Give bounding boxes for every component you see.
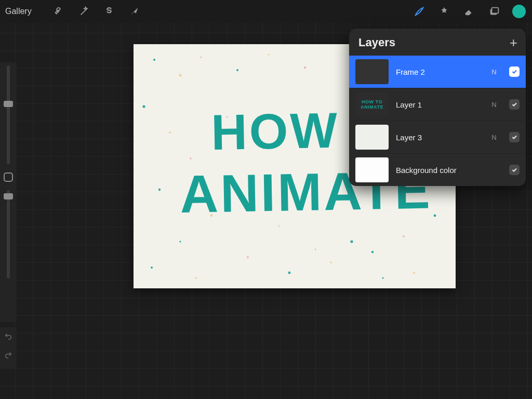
svg-rect-33 xyxy=(491,8,498,14)
layer-thumb xyxy=(355,157,389,182)
svg-point-29 xyxy=(413,272,415,274)
svg-point-17 xyxy=(434,215,436,217)
svg-point-25 xyxy=(314,248,316,250)
layer-row-frame-2[interactable]: Frame 2 N xyxy=(349,56,526,88)
svg-point-8 xyxy=(190,157,192,159)
svg-point-14 xyxy=(330,261,332,263)
modify-button[interactable] xyxy=(4,172,13,182)
svg-point-12 xyxy=(247,256,249,258)
layer-row-layer-3[interactable]: Layer 3 N xyxy=(349,121,526,153)
color-swatch[interactable] xyxy=(512,5,526,18)
svg-point-16 xyxy=(403,235,405,237)
undo-redo-group xyxy=(0,327,17,369)
layers-panel: Layers + Frame 2 N HOW TOANIMATE Layer 1… xyxy=(349,29,526,186)
visibility-checkbox[interactable] xyxy=(509,99,520,110)
add-layer-button[interactable]: + xyxy=(510,37,517,48)
svg-point-7 xyxy=(169,131,171,134)
layer-name: Layer 3 xyxy=(396,133,483,142)
svg-point-1 xyxy=(179,74,182,77)
top-toolbar: Gallery xyxy=(0,0,532,23)
layer-name: Frame 2 xyxy=(396,68,483,76)
svg-point-15 xyxy=(371,251,374,253)
svg-point-30 xyxy=(382,277,383,278)
transform-arrow-icon[interactable] xyxy=(127,5,141,18)
blend-mode-letter[interactable]: N xyxy=(490,134,498,141)
layer-name: Background color xyxy=(396,166,483,175)
layer-thumb xyxy=(355,59,389,84)
opacity-thumb[interactable] xyxy=(4,193,13,200)
brush-size-thumb[interactable] xyxy=(4,101,13,107)
smudge-icon[interactable] xyxy=(437,5,451,18)
thumb-text-line2: ANIMATE xyxy=(361,104,383,110)
opacity-slider[interactable] xyxy=(7,190,10,278)
layer-thumb xyxy=(355,125,389,150)
toolbar-right-group xyxy=(413,5,526,18)
svg-point-26 xyxy=(151,267,153,269)
svg-point-11 xyxy=(179,241,181,242)
svg-point-6 xyxy=(142,105,145,108)
svg-point-9 xyxy=(158,189,161,191)
layers-title: Layers xyxy=(358,36,395,49)
selection-s-icon[interactable] xyxy=(102,5,116,18)
svg-point-13 xyxy=(288,272,291,274)
svg-point-0 xyxy=(153,59,155,61)
visibility-checkbox[interactable] xyxy=(509,132,520,142)
layer-name: Layer 1 xyxy=(396,100,483,109)
blend-mode-letter[interactable]: N xyxy=(490,68,498,76)
svg-point-4 xyxy=(268,54,270,56)
layers-icon[interactable] xyxy=(487,5,501,18)
svg-point-27 xyxy=(195,277,197,279)
layer-row-background[interactable]: Background color xyxy=(349,154,526,186)
svg-point-24 xyxy=(350,240,353,243)
svg-point-3 xyxy=(236,69,238,71)
layer-row-layer-1[interactable]: HOW TOANIMATE Layer 1 N xyxy=(349,88,526,121)
actions-wrench-icon[interactable] xyxy=(52,5,66,18)
gallery-button[interactable]: Gallery xyxy=(5,7,32,16)
svg-point-2 xyxy=(200,56,202,58)
thumb-text-line1: HOW TO xyxy=(362,99,382,104)
eraser-icon[interactable] xyxy=(462,5,476,18)
svg-point-31 xyxy=(278,225,280,227)
brush-size-slider[interactable] xyxy=(7,65,10,164)
adjustments-wand-icon[interactable] xyxy=(77,5,91,18)
undo-icon[interactable] xyxy=(4,331,13,343)
brush-icon[interactable] xyxy=(413,5,426,18)
visibility-checkbox[interactable] xyxy=(509,165,520,175)
visibility-checkbox[interactable] xyxy=(509,66,520,77)
blend-mode-letter[interactable]: N xyxy=(490,101,498,109)
toolbar-left-group: Gallery xyxy=(5,5,141,18)
layer-thumb: HOW TOANIMATE xyxy=(355,92,389,117)
redo-icon[interactable] xyxy=(4,350,13,362)
left-sidebar xyxy=(0,62,17,322)
layers-header: Layers + xyxy=(349,29,526,56)
svg-point-5 xyxy=(304,66,306,69)
